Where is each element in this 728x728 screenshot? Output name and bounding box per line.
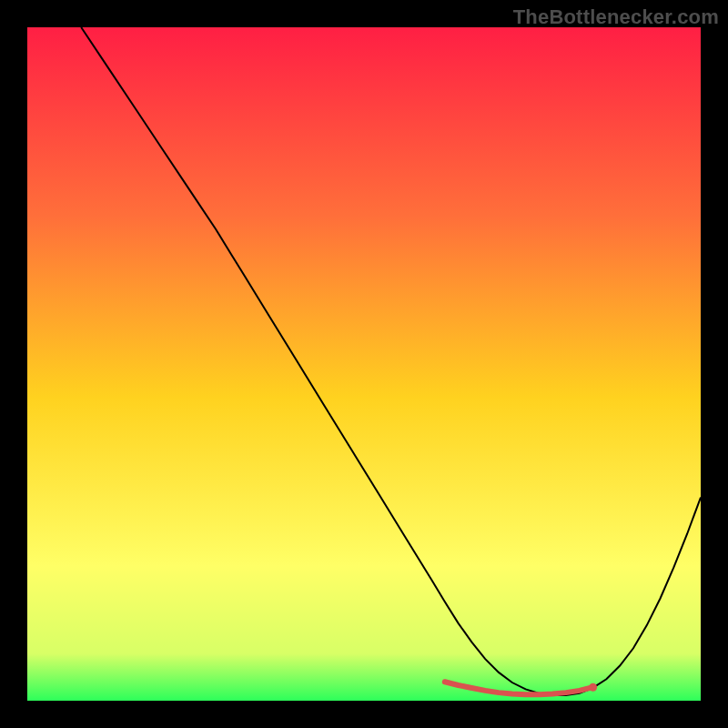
- marker-layer: [589, 683, 597, 692]
- bottleneck-chart: [27, 27, 701, 701]
- watermark-label: TheBottlenecker.com: [513, 5, 719, 29]
- chart-frame: TheBottlenecker.com: [0, 0, 728, 728]
- optimal-end-dot: [589, 683, 597, 692]
- plot-background: [27, 27, 701, 701]
